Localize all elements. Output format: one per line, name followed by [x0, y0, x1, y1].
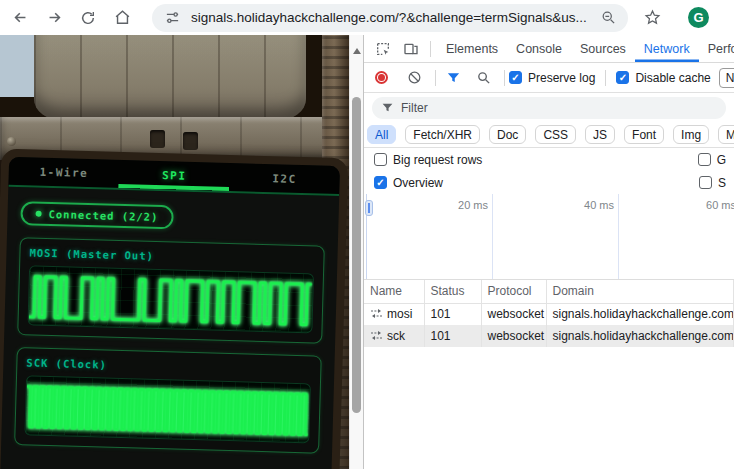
forward-icon[interactable]: [44, 8, 64, 28]
s-label: S: [718, 176, 726, 190]
overview-activity-marker: [365, 200, 373, 216]
s-checkbox[interactable]: ✓: [699, 176, 712, 189]
timeline-tick: 60 ms: [364, 199, 734, 211]
request-status: 101: [424, 325, 481, 347]
waveform-sck: [25, 376, 309, 443]
devtools-tab-elements[interactable]: Elements: [437, 35, 507, 62]
tab-i2c[interactable]: I2C: [229, 163, 340, 194]
column-header-domain[interactable]: Domain: [546, 280, 734, 303]
filter-input[interactable]: Filter: [372, 97, 726, 119]
device-toolbar-icon[interactable]: [398, 37, 424, 61]
disable-cache-checkbox[interactable]: ✓: [616, 71, 629, 84]
star-icon[interactable]: [642, 8, 662, 28]
page-scrollbar[interactable]: [349, 35, 363, 469]
filter-placeholder: Filter: [401, 101, 428, 115]
scope-title: MOSI (Master Out): [29, 246, 314, 266]
status-dot-icon: [36, 211, 42, 217]
filter-funnel-icon: [381, 101, 394, 114]
devtools-tab-sources[interactable]: Sources: [571, 35, 635, 62]
request-row-mosi[interactable]: mosi101websocketsignals.holidayhackchall…: [364, 303, 734, 325]
column-header-status[interactable]: Status: [424, 280, 481, 303]
chip-img[interactable]: Img: [673, 125, 709, 144]
grammarly-icon[interactable]: G: [688, 7, 709, 28]
request-domain: signals.holidayhackchallenge.com: [546, 303, 734, 325]
scroll-up-icon[interactable]: [353, 48, 361, 54]
filter-icon[interactable]: [440, 66, 466, 90]
big-request-rows-checkbox[interactable]: ✓: [374, 153, 387, 166]
oscilloscope-screen: [24, 375, 311, 443]
terminal-device: 1-WireSPII2C Connected (2/2) MOSI (Maste…: [0, 149, 348, 469]
search-icon[interactable]: [470, 66, 496, 90]
inspect-element-icon[interactable]: [370, 37, 396, 61]
request-name[interactable]: sck: [387, 329, 405, 343]
devtools-tabbar: ElementsConsoleSourcesNetworkPerformance: [364, 35, 734, 63]
status-badge: Connected (2/2): [20, 201, 173, 229]
clear-network-log-icon[interactable]: [401, 66, 427, 90]
scope-card-mosi: MOSI (Master Out): [17, 237, 325, 343]
chip-js[interactable]: JS: [585, 125, 615, 144]
page-viewport: 1-WireSPII2C Connected (2/2) MOSI (Maste…: [0, 35, 349, 469]
websocket-icon: [370, 308, 383, 319]
chip-font[interactable]: Font: [624, 125, 664, 144]
request-status: 101: [424, 303, 481, 325]
chip-media[interactable]: Media: [718, 125, 734, 144]
browser-toolbar: signals.holidayhackchallenge.com/?&chall…: [0, 0, 734, 35]
metal-pedestal: [34, 35, 306, 121]
scope-title: SCK (Clock): [26, 356, 311, 376]
filter-row: Filter: [364, 93, 734, 122]
signal-panel: 1-WireSPII2C Connected (2/2) MOSI (Maste…: [0, 157, 340, 469]
collar-slot: [183, 132, 198, 150]
collar-slot: [150, 130, 165, 148]
request-type-chips: AllFetch/XHRDocCSSJSFontImgMediaManifest: [364, 122, 734, 148]
g-checkbox[interactable]: ✓: [698, 153, 711, 166]
devtools-tab-console[interactable]: Console: [507, 35, 571, 62]
preserve-log-checkbox[interactable]: ✓: [509, 71, 522, 84]
record-network-log-icon[interactable]: [375, 71, 388, 84]
network-toolbar: ✓ Preserve log ✓ Disable cache No thrott…: [364, 63, 734, 93]
address-bar[interactable]: signals.holidayhackchallenge.com/?&chall…: [152, 4, 628, 32]
network-overview[interactable]: 20 ms 40 ms 60 ms: [364, 194, 734, 280]
request-protocol: websocket: [481, 325, 546, 347]
chip-css[interactable]: CSS: [535, 125, 576, 144]
site-settings-icon[interactable]: [162, 8, 182, 28]
request-row-sck[interactable]: sck101websocketsignals.holidayhackchalle…: [364, 325, 734, 347]
preserve-log-label: Preserve log: [528, 71, 595, 85]
scrollbar-thumb[interactable]: [352, 97, 361, 413]
devtools-tab-network[interactable]: Network: [635, 35, 699, 62]
back-icon[interactable]: [10, 8, 30, 28]
request-protocol: websocket: [481, 303, 546, 325]
tab-1-wire[interactable]: 1-Wire: [8, 157, 119, 188]
g-label: G: [717, 153, 726, 167]
zoom-out-icon[interactable]: [598, 8, 618, 28]
big-request-rows-label: Big request rows: [393, 153, 482, 167]
devtools-tab-performance[interactable]: Performance: [699, 35, 734, 62]
rivet: [7, 137, 16, 146]
chip-doc[interactable]: Doc: [489, 125, 526, 144]
options-row: ✓Overview✓S: [364, 171, 734, 194]
oscilloscope-screen: [27, 265, 314, 333]
options-row: ✓Big request rows✓G: [364, 148, 734, 171]
url-text[interactable]: signals.holidayhackchallenge.com/?&chall…: [191, 10, 589, 25]
overview-checkbox[interactable]: ✓: [374, 176, 387, 189]
websocket-icon: [370, 330, 383, 341]
request-name[interactable]: mosi: [387, 307, 412, 321]
column-header-name[interactable]: Name: [364, 280, 424, 303]
tab-spi[interactable]: SPI: [119, 160, 230, 191]
reload-icon[interactable]: [78, 8, 98, 28]
waveform-mosi: [28, 266, 312, 333]
home-icon[interactable]: [112, 8, 132, 28]
chip-all[interactable]: All: [367, 125, 396, 144]
column-header-protocol[interactable]: Protocol: [481, 280, 546, 303]
chip-fetch-xhr[interactable]: Fetch/XHR: [405, 125, 480, 144]
overview-label: Overview: [393, 176, 443, 190]
throttling-dropdown[interactable]: No throttling: [719, 68, 734, 88]
sky-background: [0, 35, 36, 97]
requests-table: NameStatusProtocolDomain mosi101websocke…: [364, 280, 734, 347]
scope-card-sck: SCK (Clock): [14, 347, 322, 453]
disable-cache-label: Disable cache: [635, 71, 710, 85]
devtools-panel: ElementsConsoleSourcesNetworkPerformance…: [363, 35, 734, 469]
status-badge-label: Connected (2/2): [48, 208, 158, 223]
request-domain: signals.holidayhackchallenge.com: [546, 325, 734, 347]
